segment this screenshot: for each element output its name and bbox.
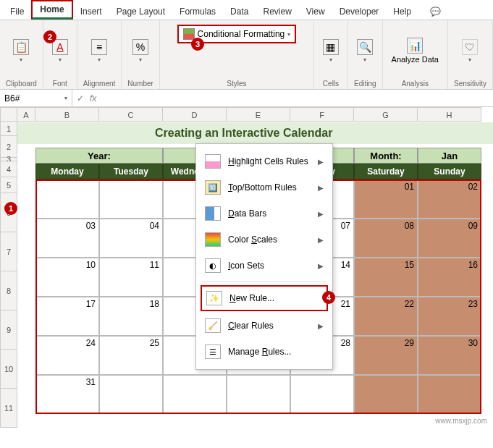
chevron-right-icon: ▶ xyxy=(318,158,324,166)
paste-button[interactable]: 📋▾ xyxy=(10,38,32,64)
newrule-icon: ✨ xyxy=(206,291,222,305)
menu-clear-rules[interactable]: 🧹Clear Rules▶ xyxy=(196,313,332,339)
calendar-cell[interactable]: 03 xyxy=(35,219,99,258)
calendar-cell[interactable]: 09 xyxy=(418,219,481,258)
calendar-cell[interactable]: 04 xyxy=(99,219,163,258)
tab-formulas[interactable]: Formulas xyxy=(172,4,223,20)
row-header-11[interactable]: 11 xyxy=(0,389,17,428)
col-header-H[interactable]: H xyxy=(418,107,481,122)
col-header-A[interactable]: A xyxy=(17,107,35,122)
iconsets-icon: ◐ xyxy=(205,258,221,273)
tab-view[interactable]: View xyxy=(299,4,332,20)
group-label-sensitivity: Sensitivity xyxy=(454,80,486,88)
analyze-icon: 📊 xyxy=(407,38,423,54)
alignment-button[interactable]: ≡▾ xyxy=(88,38,110,64)
group-label-number: Number xyxy=(127,80,153,88)
calendar-cell[interactable]: 10 xyxy=(35,258,99,297)
menu-new-rule[interactable]: ✨New Rule... 4 xyxy=(201,285,328,311)
sensitivity-icon: 🛡 xyxy=(462,39,478,55)
calendar-cell[interactable] xyxy=(99,179,163,219)
name-box[interactable]: B6# ▾ xyxy=(0,90,72,106)
tab-developer[interactable]: Developer xyxy=(332,4,387,20)
calendar-cell[interactable]: 24 xyxy=(35,336,99,375)
tab-review[interactable]: Review xyxy=(256,4,298,20)
group-label-analysis: Analysis xyxy=(402,80,429,88)
menu-manage-rules[interactable]: ☰Manage Rules... xyxy=(196,339,332,365)
group-label-alignment: Alignment xyxy=(83,80,115,88)
sensitivity-button[interactable]: 🛡▾ xyxy=(459,38,481,64)
tab-data[interactable]: Data xyxy=(223,4,256,20)
calendar-cell[interactable]: 01 xyxy=(354,179,418,219)
calendar-cell[interactable] xyxy=(354,375,418,414)
col-header-C[interactable]: C xyxy=(99,107,163,122)
col-header-D[interactable]: D xyxy=(163,107,227,122)
calendar-cell[interactable] xyxy=(227,375,290,414)
tab-file[interactable]: File xyxy=(3,4,31,20)
chevron-right-icon: ▶ xyxy=(318,262,324,270)
row-header-4[interactable]: 4 xyxy=(0,161,17,177)
comments-icon[interactable]: 💬 xyxy=(423,4,448,20)
group-label-clipboard: Clipboard xyxy=(6,80,37,88)
col-header-G[interactable]: G xyxy=(354,107,418,122)
calendar-cell[interactable]: 18 xyxy=(99,297,163,336)
callout-2: 2 xyxy=(43,30,56,43)
calendar-cell[interactable]: 23 xyxy=(418,297,481,336)
group-label-editing: Editing xyxy=(354,80,376,88)
calendar-cell[interactable]: 02 xyxy=(418,179,481,219)
number-button[interactable]: %▾ xyxy=(130,38,151,64)
row-header-10[interactable]: 10 xyxy=(0,350,17,389)
menu-icon-sets[interactable]: ◐Icon Sets▶ xyxy=(196,253,332,279)
row-header-1[interactable]: 1 xyxy=(0,122,17,136)
clipboard-icon: 📋 xyxy=(13,39,29,55)
year-cell[interactable]: Jan xyxy=(418,148,481,164)
calendar-cell[interactable]: 16 xyxy=(418,258,481,297)
col-header-F[interactable]: F xyxy=(290,107,354,122)
analyze-label: Analyze Data xyxy=(392,55,439,64)
callout-3: 3 xyxy=(191,38,204,51)
calendar-cell[interactable]: 17 xyxy=(35,297,99,336)
calendar-cell[interactable]: 29 xyxy=(354,336,418,375)
row-header-9[interactable]: 9 xyxy=(0,310,17,350)
calendar-cell[interactable]: 11 xyxy=(99,258,163,297)
conditional-formatting-menu: HHighlight Cells Rulesighlight Cells Rul… xyxy=(195,143,333,370)
menu-color-scales[interactable]: Color Scales▶ xyxy=(196,227,332,253)
row-header-5[interactable]: 5 xyxy=(0,177,17,193)
col-header-E[interactable]: E xyxy=(227,107,290,122)
menu-highlight-cells[interactable]: HHighlight Cells Rulesighlight Cells Rul… xyxy=(196,148,332,174)
calendar-cell[interactable]: 15 xyxy=(354,258,418,297)
cf-label: Conditional Formatting xyxy=(198,29,285,39)
calendar-cell[interactable] xyxy=(99,375,163,414)
calendar-cell[interactable]: 22 xyxy=(354,297,418,336)
group-label-styles: Styles xyxy=(227,80,246,88)
percent-icon: % xyxy=(132,39,148,55)
year-cell[interactable]: Month: xyxy=(354,148,418,164)
calendar-cell[interactable]: 08 xyxy=(354,219,418,258)
calendar-cell[interactable] xyxy=(163,375,227,414)
tab-help[interactable]: Help xyxy=(386,4,418,20)
group-analysis: 📊Analyze Data Analysis xyxy=(383,20,448,89)
calendar-cell[interactable] xyxy=(290,375,354,414)
colorscales-icon xyxy=(205,232,221,247)
calendar-cell[interactable]: 31 xyxy=(35,375,99,414)
cells-button[interactable]: ▦▾ xyxy=(320,38,342,64)
analyze-data-button[interactable]: 📊Analyze Data xyxy=(389,36,442,65)
tab-page-layout[interactable]: Page Layout xyxy=(109,4,172,20)
row-header-7[interactable]: 7 xyxy=(0,232,17,271)
tab-insert[interactable]: Insert xyxy=(73,4,109,20)
databars-icon xyxy=(205,206,221,221)
menu-separator xyxy=(202,282,326,282)
calendar-cell[interactable]: 25 xyxy=(99,336,163,375)
calendar-cell[interactable]: 30 xyxy=(418,336,481,375)
row-header-8[interactable]: 8 xyxy=(0,271,17,310)
year-cell[interactable]: Year: xyxy=(35,148,163,164)
menu-top-bottom[interactable]: 🔟Top/Bottom Rules▶ xyxy=(196,174,332,200)
formula-bar[interactable]: ✓fx xyxy=(72,93,101,103)
editing-button[interactable]: 🔍▾ xyxy=(354,38,376,64)
day-header: Saturday xyxy=(354,164,418,179)
calendar-cell[interactable] xyxy=(418,375,481,414)
col-header-B[interactable]: B xyxy=(35,107,99,122)
menu-data-bars[interactable]: Data Bars▶ xyxy=(196,200,332,227)
tab-home[interactable]: Home xyxy=(31,0,72,20)
select-all-corner[interactable] xyxy=(0,107,17,122)
calendar-cell[interactable] xyxy=(35,179,99,219)
